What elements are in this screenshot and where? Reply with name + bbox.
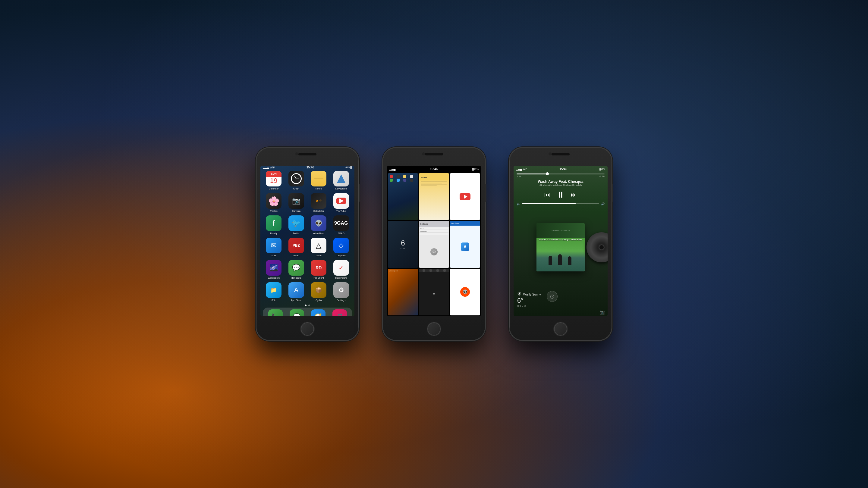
app-icon-dropbox[interactable]: ◇ Dropbox (332, 238, 351, 257)
app-icon-alienblue[interactable]: 👽 Alien Blue (309, 216, 329, 235)
phone-home-btn-3[interactable] (554, 322, 567, 335)
app-label-navigation: Navigation (336, 187, 347, 190)
phone-home-btn-1[interactable] (301, 322, 314, 335)
app-icon-hangouts[interactable]: 💬 Hangouts (287, 260, 306, 279)
app-icon-ifile[interactable]: 📁 iFile (264, 282, 284, 301)
multitask-screen: ▂▃▄ 15:46 ▓41% (387, 166, 481, 316)
app-label-9gag: 9GAG (338, 232, 344, 235)
phone-home-btn-2[interactable] (427, 322, 441, 335)
volume-high-icon: 🔊 (601, 202, 604, 205)
app-icon-photos[interactable]: 🌸 Photos (264, 193, 284, 213)
status-right-2: ▓41% (472, 168, 478, 170)
app-label-calculator: Calculator (313, 210, 324, 213)
signal-icon-2: ▂▃▄ (390, 167, 396, 170)
app-icon-mail[interactable]: ✉ Mail (264, 238, 284, 257)
dock-icon-music[interactable]: 🎵 Music (330, 310, 350, 316)
multitask-thumb-homescreen[interactable] (388, 173, 418, 220)
battery-icon-3: ▓41% (599, 168, 605, 170)
music-weather: ☀ Mostly Sunny 6° H 6 L -3 ⊙ (514, 289, 608, 310)
page-dots (260, 303, 354, 307)
app-icon-mpbz[interactable]: PBZ mPBZ (287, 238, 306, 257)
app-label-reminders: Reminders (335, 276, 347, 279)
phones-container: ▂▃▄ WiFi 15:46 41%▓ SUN (256, 148, 612, 340)
app-icon-navigation[interactable]: Navigation (332, 171, 351, 190)
status-left-3: ▂▃▄ WiFi (516, 167, 527, 170)
multitask-thumb-wallpaper[interactable]: Wallpapers (388, 269, 418, 315)
phone-camera-2 (422, 153, 425, 156)
music-progress-track[interactable] (517, 173, 604, 174)
phone-1: ▂▃▄ WiFi 15:46 41%▓ SUN (256, 148, 359, 340)
music-controls: ⏮ ⏸ ⏭ (514, 188, 608, 201)
app-icon-calendar[interactable]: SUN 19 Calendar (264, 171, 284, 190)
dock-icon-safari[interactable]: 🧭 Safari (308, 310, 328, 316)
page-dot-1 (305, 304, 307, 306)
touch-id-icon[interactable]: ⊙ (547, 291, 558, 302)
multitask-thumb-youtube[interactable] (450, 173, 480, 220)
app-icon-9gag[interactable]: 9GAG 9GAG (332, 216, 351, 235)
app-label-calendar: Calendar (269, 187, 278, 190)
music-screen: ▂▃▄ WiFi 15:46 ▓41% 1:14 (514, 166, 608, 316)
multitask-grid: Notes (387, 172, 481, 316)
music-volume[interactable]: 🔈 🔊 (514, 201, 608, 206)
music-progress-area[interactable]: 1:14 -3:28 (514, 172, 608, 178)
multitask-thumb-sbsettings[interactable]: 0 (419, 269, 449, 315)
music-bottom-bar: 📷 (514, 310, 608, 316)
app-label-feedly: Feedly (270, 232, 277, 235)
status-time-3: 15:46 (559, 167, 567, 171)
battery-icon-2: ▓41% (472, 168, 478, 170)
app-icon-rdclient[interactable]: RD RD Client (309, 260, 329, 279)
volume-track[interactable] (522, 203, 599, 204)
multitask-thumb-notes[interactable]: Notes (419, 173, 449, 220)
status-right-3: ▓41% (599, 168, 605, 170)
app-label-drive: Drive (316, 254, 321, 257)
album-art: STEREO • COLD BUSTED AKSHIN ALIZADEH FEA… (536, 223, 585, 271)
rewind-button[interactable]: ⏮ (544, 191, 550, 198)
multitask-thumb-settings[interactable]: Settings Wi-Fi Bluetooth ⚙ (419, 221, 449, 267)
music-time-total: -3:28 (599, 175, 604, 178)
phone-2: ▂▃▄ 15:46 ▓41% (383, 148, 485, 340)
multitask-thumb-appstore[interactable]: App Store A (450, 221, 480, 267)
weather-info: ☀ Mostly Sunny 6° H 6 L -3 (517, 291, 541, 307)
page-dot-2 (308, 304, 310, 306)
app-icon-calculator[interactable]: ×÷ Calculator (309, 193, 329, 213)
app-icon-feedly[interactable]: f Feedly (264, 216, 284, 235)
app-icon-drive[interactable]: △ Drive (309, 238, 329, 257)
battery-icon-1: 41%▓ (345, 166, 352, 169)
multitask-thumb-reddit[interactable]: 👽 (450, 269, 480, 315)
app-icon-camera[interactable]: 📷 Camera (287, 193, 306, 213)
album-art-main: AKSHIN ALIZADEH FEAT. CHESQUA WASH AWAY (536, 238, 585, 271)
music-artist: Akshin Alizadeh — Akshin Alizadeh (517, 184, 604, 187)
dock-icon-messages[interactable]: 💬 Messages (287, 310, 307, 316)
app-icon-twitter[interactable]: 🐦 Twitter (287, 216, 306, 235)
phone-3: ▂▃▄ WiFi 15:46 ▓41% 1:14 (509, 148, 612, 340)
music-title-area: Wash Away Feat. Chesqua Akshin Alizadeh … (514, 178, 608, 188)
fast-forward-button[interactable]: ⏭ (571, 191, 577, 198)
app-label-mail: Mail (272, 254, 276, 257)
weather-extra: H 6 L -3 (517, 304, 541, 307)
dock-icon-phone[interactable]: 📞 Phone (265, 310, 285, 316)
app-icon-settings[interactable]: ⚙ Settings (332, 282, 351, 301)
phone-1-screen: ▂▃▄ WiFi 15:46 41%▓ SUN (260, 166, 354, 316)
volume-fill (522, 203, 576, 204)
app-label-camera: Camera (292, 210, 301, 213)
music-track-title: Wash Away Feat. Chesqua (517, 180, 604, 184)
app-icon-appstore[interactable]: A App Store (287, 282, 306, 301)
phone-speaker-3 (552, 153, 569, 156)
app-label-wallpapers: Wallpapers (268, 276, 280, 279)
app-icon-cydia[interactable]: 📦 Cydia (309, 282, 329, 301)
app-icon-wallpapers[interactable]: 🌌 Wallpapers (264, 260, 284, 279)
signal-icon: ▂▃▄ (263, 166, 269, 169)
app-icon-notes[interactable]: Notes (309, 171, 329, 190)
app-icon-reminders[interactable]: ✓ Reminders (332, 260, 351, 279)
app-label-notes: Notes (315, 187, 322, 190)
app-label-dropbox: Dropbox (337, 254, 346, 257)
phone-camera-1 (296, 153, 299, 156)
status-left-2: ▂▃▄ (390, 167, 396, 170)
play-pause-button[interactable]: ⏸ (556, 190, 565, 200)
camera-icon[interactable]: 📷 (599, 310, 604, 315)
album-art-inner: STEREO • COLD BUSTED AKSHIN ALIZADEH FEA… (536, 223, 585, 271)
weather-description: ☀ Mostly Sunny (517, 291, 541, 297)
multitask-thumb-clock[interactable]: 6 clock (388, 221, 418, 267)
app-icon-clock[interactable]: Clock (287, 171, 306, 190)
app-icon-youtube[interactable]: YouTube (332, 193, 351, 213)
